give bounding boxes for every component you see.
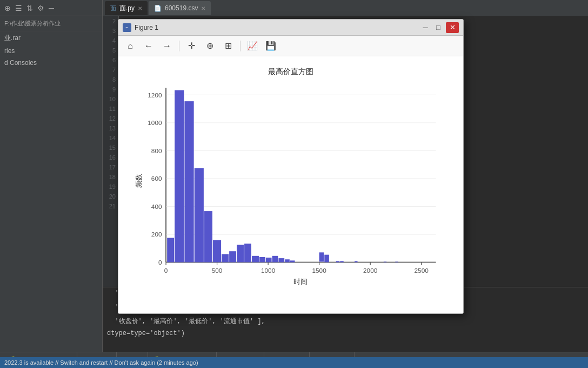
- bar-11: [252, 256, 259, 262]
- svg-text:0: 0: [164, 267, 168, 274]
- bar-23: [384, 262, 386, 262]
- bar-13: [266, 258, 272, 262]
- figure-titlebar: ~ Figure 1 ─ □ ✕: [118, 19, 463, 36]
- line-num-6: 6: [103, 55, 118, 65]
- bar-19: [324, 255, 329, 262]
- bar-2: [175, 90, 184, 262]
- bar-3: [184, 101, 193, 262]
- tab-py-label: 面.py: [119, 4, 135, 13]
- svg-text:2000: 2000: [363, 267, 378, 274]
- histogram-svg: 0 200 400 600 800 1000: [134, 81, 447, 292]
- tab-py[interactable]: 面 面.py ✕: [105, 1, 148, 15]
- svg-text:1200: 1200: [148, 91, 162, 99]
- console-line-5: '收盘价', '最高价', '最低价', '流通市值' ],: [103, 316, 588, 327]
- svg-text:500: 500: [212, 267, 223, 274]
- figure-minimize-button[interactable]: ─: [419, 22, 432, 33]
- sidebar-icon-group: ⊕ ☰ ⇅ ⚙ ─: [4, 4, 54, 12]
- csv-file-icon: 📄: [154, 5, 162, 12]
- sidebar-item-ries[interactable]: ries: [0, 45, 102, 57]
- bar-1: [167, 238, 174, 262]
- line-num-11: 11: [103, 104, 118, 114]
- svg-text:800: 800: [151, 147, 162, 155]
- bar-15: [278, 258, 284, 262]
- sidebar: ⊕ ☰ ⇅ ⚙ ─ F:\作业\股票分析作业 业.rar ries d Cons…: [0, 0, 103, 368]
- console-line-6: dtype=type='object'): [103, 327, 588, 339]
- line-num-15: 15: [103, 143, 118, 153]
- svg-text:600: 600: [151, 175, 162, 182]
- py-file-icon: 面: [110, 4, 116, 12]
- bottom-message: 2022.3 is available // Switch and restar…: [4, 359, 198, 366]
- figure-maximize-button[interactable]: □: [432, 22, 445, 33]
- figure-home-button[interactable]: ⌂: [123, 38, 138, 54]
- tab-csv[interactable]: 📄 600519.csv ✕: [149, 1, 211, 15]
- bar-6: [213, 240, 221, 262]
- bar-7: [222, 254, 229, 262]
- sidebar-item-label: 业.rar: [4, 34, 21, 42]
- line-num-9: 9: [103, 84, 118, 94]
- bar-18: [319, 252, 324, 261]
- project-path: F:\作业\股票分析作业: [0, 16, 102, 31]
- figure-app-icon: ~: [123, 23, 131, 32]
- bar-21: [340, 261, 343, 262]
- tab-py-close[interactable]: ✕: [138, 5, 142, 11]
- bar-14: [272, 256, 278, 262]
- figure-pan-button[interactable]: ✛: [184, 38, 199, 54]
- bar-12: [259, 257, 265, 262]
- figure-window: ~ Figure 1 ─ □ ✕ ⌂ ← → ✛ ⊕ ⊞ 📈 💾 最高价直方图: [118, 19, 464, 314]
- chart-inner: 0 200 400 600 800 1000: [134, 81, 447, 292]
- list-icon[interactable]: ☰: [15, 4, 22, 12]
- figure-save-button[interactable]: 💾: [263, 38, 278, 54]
- svg-text:频数: 频数: [135, 174, 143, 188]
- line-num-14: 14: [103, 133, 118, 143]
- tab-csv-label: 600519.csv: [165, 4, 198, 12]
- figure-forward-button[interactable]: →: [159, 38, 175, 54]
- svg-text:0: 0: [158, 259, 162, 266]
- line-num-2: 2: [103, 16, 118, 26]
- bar-5: [204, 211, 212, 262]
- bar-17: [290, 260, 295, 262]
- bar-9: [237, 245, 244, 262]
- line-num-7: 7: [103, 65, 118, 75]
- line-num-4: 4: [103, 36, 118, 45]
- settings-icon[interactable]: ⚙: [37, 4, 44, 12]
- toolbar-separator-2: [240, 41, 240, 51]
- tab-bar: 面 面.py ✕ 📄 600519.csv ✕: [103, 0, 588, 16]
- bar-24: [395, 262, 398, 262]
- bar-20: [336, 261, 339, 262]
- add-icon[interactable]: ⊕: [4, 4, 11, 12]
- bar-8: [229, 251, 236, 262]
- line-num-20: 20: [103, 192, 118, 201]
- line-num-13: 13: [103, 123, 118, 133]
- bar-22: [355, 261, 357, 262]
- figure-configure-button[interactable]: ⊞: [220, 38, 236, 54]
- figure-toolbar: ⌂ ← → ✛ ⊕ ⊞ 📈 💾: [118, 36, 463, 56]
- bar-16: [285, 259, 290, 262]
- line-num-12: 12: [103, 114, 118, 123]
- sort-icon[interactable]: ⇅: [26, 4, 33, 12]
- figure-title: Figure 1: [135, 24, 419, 31]
- tab-csv-close[interactable]: ✕: [201, 5, 205, 11]
- line-num-18: 18: [103, 172, 118, 182]
- svg-text:1500: 1500: [312, 267, 327, 274]
- chart-title: 最高价直方图: [134, 67, 447, 77]
- line-num-17: 17: [103, 162, 118, 172]
- line-num-3: 3: [103, 26, 118, 36]
- figure-lines-button[interactable]: 📈: [245, 38, 260, 54]
- svg-text:1000: 1000: [148, 119, 162, 127]
- sidebar-item-rar[interactable]: 业.rar: [0, 31, 102, 45]
- figure-close-button[interactable]: ✕: [446, 22, 459, 33]
- svg-text:200: 200: [151, 231, 162, 238]
- svg-text:400: 400: [151, 203, 162, 211]
- line-num-19: 19: [103, 182, 118, 192]
- sidebar-item-consoles[interactable]: d Consoles: [0, 57, 102, 69]
- bar-10: [244, 244, 251, 262]
- figure-back-button[interactable]: ←: [141, 38, 156, 54]
- svg-text:1000: 1000: [261, 267, 276, 274]
- chart-area: 最高价直方图 0 200 400: [118, 56, 463, 313]
- minimize-icon[interactable]: ─: [49, 4, 54, 12]
- figure-zoom-button[interactable]: ⊕: [202, 38, 217, 54]
- line-numbers: 2 3 4 5 6 7 8 9 10 11 12 13 14 15 16 17 …: [103, 16, 119, 308]
- line-num-21: 21: [103, 201, 118, 211]
- svg-text:2500: 2500: [415, 267, 429, 274]
- bar-4: [195, 168, 204, 262]
